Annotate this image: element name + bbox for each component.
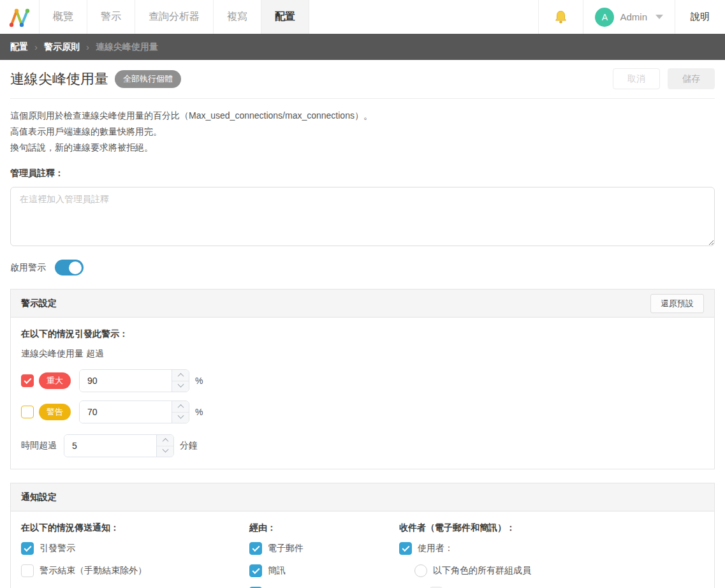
recipients-column: 收件者（電子郵件和簡訊）： 使用者： 以下角色的所有群組成員 管理員 <box>399 522 704 588</box>
warning-threshold-input-group <box>79 401 189 423</box>
critical-threshold-input-group <box>79 369 189 392</box>
critical-threshold-row: 重大 % <box>21 369 704 392</box>
alert-settings-title: 警示設定 <box>21 298 57 309</box>
stepper-up-button[interactable] <box>157 435 173 446</box>
tab-replication[interactable]: 複寫 <box>214 0 261 34</box>
enable-alert-toggle[interactable] <box>55 260 84 276</box>
tab-query-analyzer[interactable]: 查詢分析器 <box>135 0 214 34</box>
notify-on-end-label: 警示結束（手動結束除外） <box>40 565 147 577</box>
via-sms-label: 簡訊 <box>268 565 286 577</box>
notify-when-column: 在以下的情況傳送通知： 引發警示 警示結束（手動結束除外） <box>21 522 249 588</box>
stepper-down-button[interactable] <box>157 446 173 457</box>
restore-defaults-button[interactable]: 還原預設 <box>650 294 704 313</box>
notify-on-end-checkbox[interactable] <box>21 564 34 577</box>
notify-on-raise-checkbox[interactable] <box>21 542 34 555</box>
notify-via-column: 經由： 電子郵件 簡訊 <box>249 522 399 588</box>
check-icon <box>24 376 31 384</box>
breadcrumb-separator: › <box>34 41 38 52</box>
check-icon <box>402 544 409 552</box>
check-icon <box>252 544 260 552</box>
minutes-unit-label: 分鐘 <box>180 440 198 452</box>
critical-checkbox[interactable] <box>21 374 34 387</box>
save-button[interactable]: 儲存 <box>668 68 715 89</box>
percent-unit-label: % <box>195 376 203 386</box>
notify-on-raise-label: 引發警示 <box>40 543 75 554</box>
warning-checkbox[interactable] <box>21 406 34 418</box>
avatar: A <box>595 8 614 27</box>
duration-label: 時間超過 <box>21 440 57 452</box>
stepper-up-button[interactable] <box>172 370 189 381</box>
navicat-monitor-logo-icon <box>8 5 32 29</box>
breadcrumb-separator: › <box>86 41 89 52</box>
role-members-radio[interactable] <box>414 564 427 577</box>
nav-right-cluster: A Admin 說明 <box>538 0 725 34</box>
trigger-condition-heading: 在以下的情況引發此警示： <box>21 328 704 340</box>
warning-threshold-input[interactable] <box>80 401 172 423</box>
main-tabs: 概覽 警示 查詢分析器 複寫 配置 <box>40 0 309 34</box>
description-line: 這個原則用於檢查連線尖峰使用量的百分比（Max_used_connections… <box>10 108 715 124</box>
breadcrumb: 配置 › 警示原則 › 連線尖峰使用量 <box>0 34 725 60</box>
recipients-users-item: 使用者： <box>399 542 704 555</box>
description-line: 高值表示用戶端連線的數量快將用完。 <box>10 124 715 140</box>
breadcrumb-alert-policies[interactable]: 警示原則 <box>44 41 80 53</box>
user-name: Admin <box>620 11 647 22</box>
tab-alerts[interactable]: 警示 <box>87 0 135 34</box>
top-navigation: 概覽 警示 查詢分析器 複寫 配置 A Admin 說明 <box>0 0 725 34</box>
admin-note-textarea[interactable] <box>10 187 715 246</box>
stepper-down-button[interactable] <box>172 413 189 423</box>
notify-on-end-item: 警示結束（手動結束除外） <box>21 564 249 577</box>
chevron-up-icon <box>162 438 168 445</box>
tab-configuration[interactable]: 配置 <box>261 0 309 34</box>
enable-alert-label: 啟用警示 <box>10 262 46 274</box>
chevron-down-icon <box>655 15 663 19</box>
duration-input[interactable] <box>64 435 156 457</box>
critical-threshold-input[interactable] <box>80 370 172 392</box>
help-button[interactable]: 說明 <box>675 0 725 34</box>
stepper-down-button[interactable] <box>172 381 189 392</box>
check-icon <box>252 566 260 574</box>
notify-via-heading: 經由： <box>249 522 399 534</box>
all-instances-badge: 全部執行個體 <box>115 70 181 88</box>
chevron-down-icon <box>177 381 184 388</box>
critical-threshold-stepper <box>172 370 189 392</box>
page-header: 連線尖峰使用量 全部執行個體 取消 儲存 <box>10 60 715 99</box>
via-email-label: 電子郵件 <box>268 543 304 554</box>
admin-note-label: 管理員註釋： <box>10 168 715 179</box>
description-line: 換句話說，新的連線要求將被拒絕。 <box>10 140 715 156</box>
cancel-button[interactable]: 取消 <box>613 68 660 89</box>
tab-overview[interactable]: 概覽 <box>40 0 87 34</box>
role-members-label: 以下角色的所有群組成員 <box>433 565 531 577</box>
app-logo[interactable] <box>0 0 40 34</box>
via-email-checkbox[interactable] <box>249 542 262 555</box>
percent-unit-label: % <box>195 407 203 417</box>
notifications-button[interactable] <box>538 0 583 34</box>
page-title: 連線尖峰使用量 <box>10 70 108 89</box>
bell-icon <box>555 10 567 24</box>
chevron-down-icon <box>177 413 184 419</box>
duration-row: 時間超過 分鐘 <box>21 434 704 457</box>
chevron-up-icon <box>177 373 184 379</box>
recipients-users-label: 使用者： <box>418 543 453 554</box>
critical-badge: 重大 <box>39 372 71 389</box>
notify-when-heading: 在以下的情況傳送通知： <box>21 522 249 534</box>
check-icon <box>24 544 31 552</box>
notification-settings-section: 通知設定 在以下的情況傳送通知： 引發警示 警示結束（手動結束除外） <box>10 483 715 588</box>
alert-settings-section: 警示設定 還原預設 在以下的情況引發此警示： 連線尖峰使用量 超過 重大 % <box>10 289 715 469</box>
breadcrumb-current-page: 連線尖峰使用量 <box>96 41 158 53</box>
warning-threshold-stepper <box>172 401 189 423</box>
via-sms-item: 簡訊 <box>249 564 399 577</box>
user-menu[interactable]: A Admin <box>583 0 675 34</box>
via-sms-checkbox[interactable] <box>249 564 262 577</box>
chevron-up-icon <box>177 404 184 411</box>
policy-description: 這個原則用於檢查連線尖峰使用量的百分比（Max_used_connections… <box>10 108 715 156</box>
notify-on-raise-item: 引發警示 <box>21 542 249 555</box>
warning-badge: 警告 <box>39 404 71 420</box>
metric-condition-text: 連線尖峰使用量 超過 <box>21 348 704 360</box>
breadcrumb-configuration[interactable]: 配置 <box>10 41 28 53</box>
duration-stepper <box>156 435 173 457</box>
chevron-down-icon <box>162 446 168 453</box>
stepper-up-button[interactable] <box>172 401 189 413</box>
duration-input-group <box>64 434 174 457</box>
recipients-users-checkbox[interactable] <box>399 542 412 555</box>
notification-settings-title: 通知設定 <box>21 492 57 503</box>
